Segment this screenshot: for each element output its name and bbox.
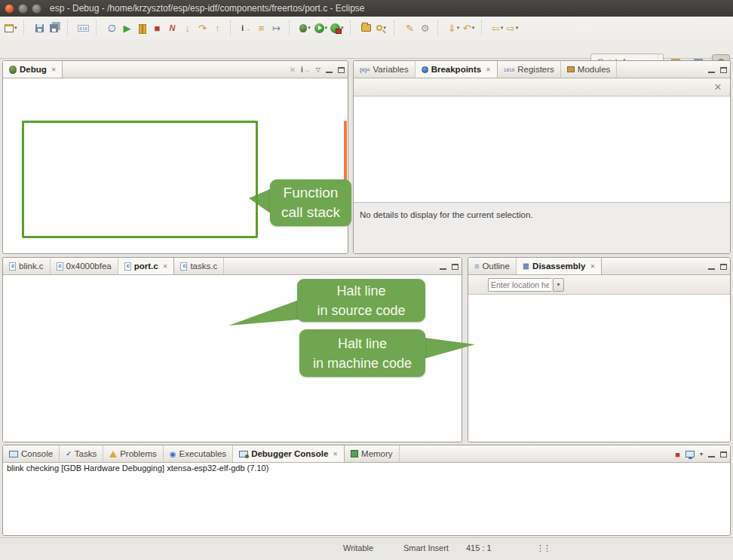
close-tab-icon[interactable]: ✕ <box>163 263 168 270</box>
call-stack-highlight-box <box>22 121 258 238</box>
save-button[interactable] <box>32 20 48 36</box>
maximize-icon[interactable] <box>720 451 727 457</box>
title-bar: esp - Debug - /home/krzysztof/esp/esp-id… <box>0 0 733 17</box>
save-icon <box>35 24 44 32</box>
disassembly-listing[interactable] <box>468 295 730 442</box>
tab-debugger-console[interactable]: Debugger Console✕ <box>233 445 345 462</box>
step-over-button[interactable]: ↷ <box>195 20 210 36</box>
search-icon <box>376 25 382 31</box>
debug-tabbar: Debug✕ ✕ i ▽ <box>3 61 348 78</box>
tab-0x4000bfea[interactable]: 0x4000bfea <box>51 258 118 274</box>
tab-console[interactable]: Console <box>3 445 60 462</box>
new-wizard-icon <box>5 24 14 32</box>
location-input[interactable] <box>488 278 551 292</box>
insert-mode-status: Smart Insert <box>403 543 449 552</box>
executables-icon <box>170 450 176 458</box>
view-menu-icon[interactable]: ▽ <box>316 66 320 74</box>
tab-blink-c[interactable]: blink.c <box>3 258 51 274</box>
debug-button[interactable]: ▾ <box>298 20 313 36</box>
skip-all-breakpoints-button[interactable]: ∅ <box>105 20 120 36</box>
step-return-button[interactable]: ↑ <box>210 20 225 36</box>
registers-icon <box>504 67 514 72</box>
mark-occurrences-button[interactable]: ✎ <box>403 20 418 36</box>
tab-port-c[interactable]: port.c✕ <box>118 258 175 274</box>
console-dropdown-icon[interactable]: ▾ <box>700 451 703 458</box>
save-all-button[interactable] <box>48 20 63 36</box>
location-dropdown-icon[interactable]: ▼ <box>553 278 564 292</box>
maximize-icon[interactable] <box>338 67 345 73</box>
minimize-icon[interactable] <box>708 451 715 457</box>
breakpoints-list[interactable] <box>354 96 730 202</box>
close-tab-icon[interactable]: ✕ <box>51 66 57 73</box>
console-output[interactable] <box>3 475 730 536</box>
tab-breakpoints[interactable]: Breakpoints✕ <box>416 61 498 78</box>
close-tab-icon[interactable]: ✕ <box>333 451 338 457</box>
back-button[interactable]: ⇦▾ <box>490 20 505 36</box>
maximize-icon[interactable] <box>720 67 727 73</box>
resume-button[interactable]: ▶ <box>120 20 135 36</box>
breakpoint-icon <box>422 66 428 73</box>
outline-icon <box>474 262 479 271</box>
window-minimize-button[interactable] <box>18 4 28 14</box>
last-edit-location-button[interactable]: ⇓▾ <box>446 20 462 36</box>
tab-tasks-c[interactable]: tasks.c <box>174 258 224 274</box>
step-into-icon: ↓ <box>185 23 190 33</box>
tab-registers[interactable]: Registers <box>498 61 561 78</box>
tab-tasks[interactable]: Tasks <box>60 445 103 462</box>
binary-view-button[interactable]: 010 <box>76 20 91 36</box>
suspend-icon <box>139 24 146 32</box>
console-view: ConsoleTasksProblemsExecutablesDebugger … <box>2 445 731 536</box>
maximize-icon[interactable] <box>720 264 727 270</box>
terminate-icon: ■ <box>155 23 161 33</box>
open-resource-button[interactable] <box>359 20 374 36</box>
close-tab-icon[interactable]: ✕ <box>590 263 595 270</box>
remove-terminated-icon[interactable]: ✕ <box>290 66 296 74</box>
tab-modules[interactable]: Modules <box>561 61 617 78</box>
step-into-button[interactable]: ↓ <box>180 20 195 36</box>
tab-variables[interactable]: Variables <box>354 61 416 78</box>
close-tab-icon[interactable]: ✕ <box>486 66 491 73</box>
use-step-filters-icon: ↦ <box>272 23 281 33</box>
tab-debug[interactable]: Debug✕ <box>3 61 63 78</box>
writable-status: Writable <box>343 543 373 552</box>
minimize-icon[interactable] <box>326 66 333 73</box>
window-close-button[interactable] <box>5 4 14 14</box>
disassembly-icon <box>523 262 529 271</box>
tab-disassembly[interactable]: Disassembly✕ <box>517 258 602 274</box>
window-title: esp - Debug - /home/krzysztof/esp/esp-id… <box>50 3 365 14</box>
minimize-icon[interactable] <box>708 66 715 73</box>
tasks-icon <box>66 450 72 457</box>
breakpoint-details-pane: No details to display for the current se… <box>354 202 730 253</box>
instruction-stepping-icon[interactable]: i <box>301 66 311 74</box>
new-wizard-button[interactable]: ▾ <box>3 20 19 36</box>
skip-all-breakpoints-icon: ∅ <box>108 23 116 33</box>
show-logical-structure-button[interactable]: ≡ <box>254 20 269 36</box>
go-to-last-edit-icon: ↶ <box>463 23 471 33</box>
modules-icon <box>567 66 575 72</box>
minimize-icon[interactable] <box>440 263 446 270</box>
function-call-stack-callout: Functioncall stack <box>270 179 351 226</box>
tab-executables[interactable]: Executables <box>164 445 233 462</box>
go-to-last-edit-button[interactable]: ↶▾ <box>462 20 477 36</box>
search-button[interactable]: ▾ <box>374 20 389 36</box>
external-tools-button[interactable]: ▾ <box>329 20 345 36</box>
run-button[interactable]: ▾ <box>313 20 330 36</box>
tab-memory[interactable]: Memory <box>345 445 400 462</box>
tab-outline[interactable]: Outline <box>468 258 517 274</box>
terminate-button[interactable]: ■ <box>150 20 165 36</box>
tab-problems[interactable]: Problems <box>103 445 164 462</box>
maximize-icon[interactable] <box>452 264 459 270</box>
disconnect-button[interactable]: N <box>165 20 180 36</box>
suspend-button[interactable] <box>135 20 150 36</box>
use-step-filters-button[interactable]: ↦ <box>269 20 284 36</box>
window-maximize-button[interactable] <box>32 4 41 14</box>
disassembly-view: OutlineDisassembly✕ ▼ <box>468 257 731 442</box>
terminate-icon[interactable]: ■ <box>675 451 680 458</box>
show-logical-structure-icon: ≡ <box>259 23 265 33</box>
minimize-icon[interactable] <box>708 263 715 270</box>
instruction-stepping-button[interactable]: i <box>239 20 254 36</box>
forward-button[interactable]: ⇨▾ <box>505 20 520 36</box>
remove-breakpoint-button[interactable]: ✕ <box>710 79 725 96</box>
annotation-navigation-button[interactable]: ⚙ <box>418 20 433 36</box>
display-console-icon[interactable] <box>685 451 695 457</box>
